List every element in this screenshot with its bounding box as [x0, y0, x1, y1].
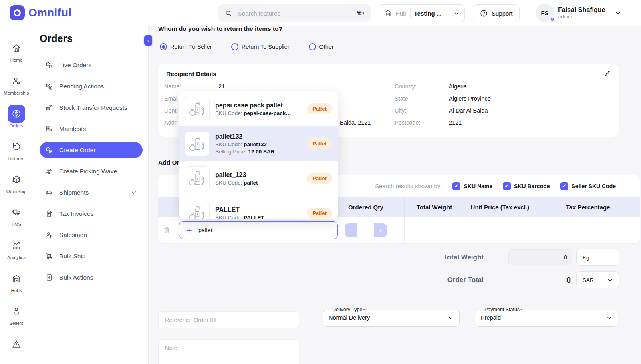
- nav-rail-item[interactable]: Returns: [0, 134, 33, 167]
- sidebar-item[interactable]: Stock Transfer Requests: [40, 99, 143, 116]
- sidebar-item-label: Pending Actions: [59, 83, 104, 90]
- filter-option[interactable]: Seller SKU Code: [560, 182, 616, 190]
- chevron-down-icon: [615, 10, 621, 16]
- chevron-down-icon: [447, 315, 454, 321]
- sidebar-item[interactable]: Bulk Actions: [40, 269, 143, 286]
- reference-order-id-input[interactable]: [158, 311, 299, 328]
- order-total-row: Order Total 0 SAR: [158, 271, 619, 288]
- filter-option[interactable]: SKU Barcode: [503, 182, 550, 190]
- sidebar-item[interactable]: Create Picking Wave: [40, 163, 143, 179]
- payment-status-select[interactable]: Payment Status Prepaid: [475, 307, 618, 327]
- sellers-icon: [12, 306, 21, 316]
- nav-rail-label: Returns: [8, 156, 24, 161]
- search-input[interactable]: [237, 10, 351, 17]
- currency-value: SAR: [583, 277, 594, 283]
- payment-status-label: Payment Status: [484, 307, 522, 312]
- currency-select[interactable]: SAR: [576, 271, 619, 288]
- return-option[interactable]: Return To Supplier: [231, 43, 290, 50]
- sidebar-item[interactable]: Pending Actions: [40, 78, 143, 95]
- global-search[interactable]: ⌘ /: [218, 4, 371, 22]
- user-menu[interactable]: FS ⚙ Faisal Shafique admin: [536, 4, 621, 22]
- header-divider: [529, 5, 529, 21]
- sidebar-item[interactable]: Create Order: [40, 142, 143, 158]
- search-shortcut: ⌘ /: [356, 10, 364, 16]
- nav-rail-item[interactable]: Sellers: [0, 298, 33, 331]
- total-weight-input: [508, 249, 572, 265]
- nav-rail-item[interactable]: [0, 331, 33, 364]
- omniful-logo[interactable]: Omniful: [10, 5, 71, 20]
- filter-option-label: SKU Barcode: [514, 183, 550, 189]
- sku-option[interactable]: pallet132 SKU Code: pallet132 Selling Pr…: [179, 126, 338, 161]
- item-row: pallet − +: [158, 217, 640, 243]
- salesmen-icon: [45, 231, 53, 239]
- unit-price-cell: [464, 217, 536, 243]
- delivery-type-select[interactable]: Delivery Type Normal Delivery: [323, 307, 460, 327]
- tax-percentage-cell: [536, 217, 640, 243]
- recipient-label: Country:: [395, 83, 417, 91]
- pending-actions-icon: [45, 82, 53, 90]
- recipient-label: State:: [395, 95, 410, 103]
- edit-pencil-icon[interactable]: [603, 70, 611, 77]
- qty-increase-button[interactable]: +: [374, 223, 387, 237]
- return-option[interactable]: Other: [309, 43, 334, 50]
- sidebar-item[interactable]: Salesmen: [40, 227, 143, 243]
- search-icon: [225, 10, 232, 17]
- sku-option[interactable]: pepsi case pack pallet SKU Code: pepsi-c…: [179, 91, 338, 126]
- live-orders-icon: [45, 61, 53, 69]
- radio-icon[interactable]: [160, 43, 167, 50]
- nav-rail-label: TMS: [12, 222, 21, 227]
- nav-rail-item[interactable]: Membership: [0, 68, 33, 101]
- sku-cell: pallet: [158, 217, 327, 243]
- weight-unit-label: Kg: [583, 255, 589, 261]
- sidebar-title: Orders: [40, 33, 73, 44]
- sidebar-item[interactable]: Tax Invoices: [40, 205, 143, 222]
- checkbox-checked-icon[interactable]: [503, 182, 511, 190]
- recipient-label: Postcode:: [395, 119, 421, 127]
- return-option[interactable]: Return To Seller: [160, 43, 212, 50]
- sidebar-menu: Live Orders Pending Actions Stock Transf…: [33, 57, 149, 290]
- qty-decrease-button[interactable]: −: [345, 223, 357, 237]
- alert-icon: [12, 339, 21, 349]
- radio-icon[interactable]: [309, 43, 316, 50]
- checkbox-checked-icon[interactable]: [452, 182, 460, 190]
- nav-rail-item[interactable]: Hubs: [0, 265, 33, 298]
- sku-option[interactable]: pallet_123 SKU Code: pallet Pallet: [179, 161, 338, 196]
- payment-status-value: Prepaid: [481, 314, 501, 321]
- column-header: Unit Price (Tax excl.): [464, 197, 536, 217]
- sidebar-item[interactable]: Live Orders: [40, 57, 143, 73]
- sku-option-title: pepsi case pack pallet: [215, 102, 291, 109]
- checkbox-checked-icon[interactable]: [560, 182, 568, 190]
- sku-search-dropdown: pepsi case pack pallet SKU Code: pepsi-c…: [179, 91, 338, 219]
- sidebar-item[interactable]: Shipments: [40, 184, 143, 201]
- nav-rail: Home Membership Orders Returns OmniShip: [0, 26, 33, 364]
- sidebar-item[interactable]: Bulk Ship: [40, 248, 143, 264]
- nav-rail-item[interactable]: OmniShip: [0, 167, 33, 199]
- recipient-value: 2121: [449, 119, 462, 127]
- chevron-down-icon: [131, 189, 137, 196]
- qty-input[interactable]: [357, 223, 374, 237]
- recipient-value: Algiers Province: [449, 95, 491, 103]
- sidebar-collapse-button[interactable]: ‹: [144, 35, 152, 46]
- shipments-icon: [45, 189, 53, 197]
- sidebar-item-label: Manifests: [59, 125, 86, 133]
- product-image: [185, 166, 210, 191]
- sku-option[interactable]: PALLET SKU Code: PALLET Pallet: [179, 196, 338, 219]
- nav-rail-item[interactable]: Orders: [0, 101, 33, 134]
- sku-option-title: PALLET: [215, 206, 264, 213]
- hub-selector[interactable]: Hub Testing ...: [379, 4, 465, 22]
- radio-icon[interactable]: [231, 43, 238, 50]
- note-input[interactable]: [158, 339, 299, 364]
- sidebar-item[interactable]: Manifests: [40, 121, 143, 137]
- support-button[interactable]: Support: [473, 4, 520, 22]
- trash-icon[interactable]: [163, 226, 171, 234]
- hub-divider: [410, 8, 411, 18]
- sku-code-line: SKU Code: PALLET: [215, 215, 264, 219]
- nav-rail-item[interactable]: TMS: [0, 199, 33, 232]
- filter-option[interactable]: SKU Name: [452, 182, 492, 190]
- sku-option-title: pallet132: [215, 133, 275, 140]
- text-caret: [218, 227, 218, 234]
- nav-rail-item[interactable]: Home: [0, 35, 33, 68]
- return-options: Return To Seller Return To Supplier Othe…: [160, 43, 334, 50]
- nav-rail-item[interactable]: Analytics: [0, 233, 33, 265]
- sku-search-input[interactable]: pallet: [179, 221, 338, 239]
